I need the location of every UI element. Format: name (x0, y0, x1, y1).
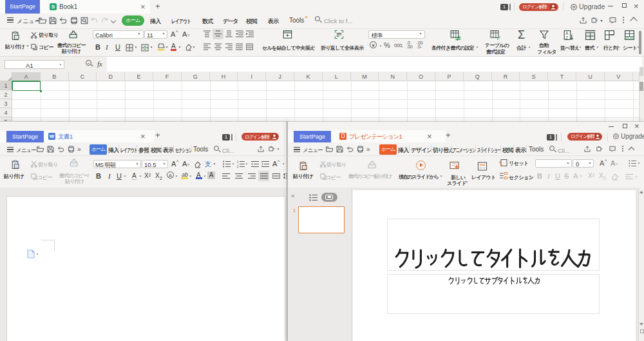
svg-text:1: 1 (237, 161, 239, 164)
svg-text:2: 2 (237, 165, 239, 168)
